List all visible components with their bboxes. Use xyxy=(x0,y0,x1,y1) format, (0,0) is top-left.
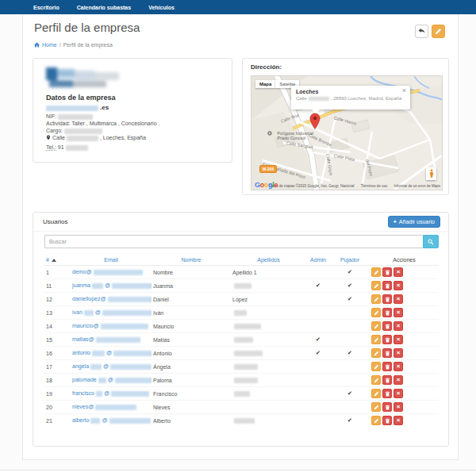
company-website[interactable]: .es xyxy=(46,104,109,111)
user-email-link[interactable]: juanma xyxy=(72,282,90,288)
pegman-streetview-control[interactable] xyxy=(426,167,436,180)
delete-user-button[interactable] xyxy=(382,362,392,371)
delete-user-button[interactable] xyxy=(382,294,392,304)
delete-user-button[interactable] xyxy=(382,348,392,358)
check-icon: ✔ xyxy=(347,296,352,301)
edit-user-button[interactable] xyxy=(371,348,381,358)
email-at: @ xyxy=(103,363,109,369)
remove-user-button[interactable]: × xyxy=(393,321,403,331)
nav-item-escritorio[interactable]: Escritorio xyxy=(33,5,60,10)
nav-item-vehiculos[interactable]: Vehículos xyxy=(148,5,175,10)
user-nombre-cell: Iván xyxy=(152,306,231,320)
remove-user-button[interactable]: × xyxy=(393,281,403,290)
delete-user-button[interactable] xyxy=(382,321,392,331)
delete-user-button[interactable] xyxy=(382,281,392,290)
delete-user-button[interactable] xyxy=(382,335,392,344)
edit-user-button[interactable] xyxy=(371,402,381,412)
user-apellidos-cell: López xyxy=(231,293,306,306)
delete-user-button[interactable] xyxy=(382,416,392,425)
google-logo[interactable]: Google xyxy=(255,181,278,189)
user-email-cell: antonio@ xyxy=(71,347,152,360)
infowindow-close-icon[interactable]: × xyxy=(402,87,406,94)
user-email-link[interactable]: demo@ xyxy=(72,269,92,274)
remove-user-button[interactable]: × xyxy=(393,308,403,317)
attribution-report-link[interactable]: Informar de un error de Maps xyxy=(393,184,440,188)
edit-user-button[interactable] xyxy=(371,389,381,398)
delete-user-button[interactable] xyxy=(382,375,392,385)
col-header-apellidos[interactable]: Apellidos xyxy=(231,255,306,266)
edit-user-button[interactable] xyxy=(371,281,381,290)
remove-user-button[interactable]: × xyxy=(393,335,403,344)
x-icon: × xyxy=(397,269,401,275)
breadcrumb-home-link[interactable]: Home xyxy=(42,42,57,48)
table-row: 12daniellopez@DanielLópez✔× xyxy=(44,293,439,306)
col-header-admin[interactable]: Admin xyxy=(306,255,330,266)
top-navbar: Escritorio Calendario subastas Vehículos xyxy=(0,0,476,14)
col-header-acciones: Acciones xyxy=(370,255,439,266)
edit-user-button[interactable] xyxy=(371,321,381,331)
edit-user-button[interactable] xyxy=(371,335,381,344)
user-email-link[interactable]: daniellopez@ xyxy=(72,296,106,301)
remove-user-button[interactable]: × xyxy=(393,348,403,358)
delete-user-button[interactable] xyxy=(382,308,392,317)
col-header-email[interactable]: Email xyxy=(71,255,152,266)
user-email-link[interactable]: nieves@ xyxy=(72,404,94,409)
edit-user-button[interactable] xyxy=(371,362,381,371)
company-panel: Datos de la empresa .es NIF: Actividad: … xyxy=(33,58,232,163)
edit-user-button[interactable] xyxy=(371,294,381,304)
remove-user-button[interactable]: × xyxy=(393,416,403,425)
google-map[interactable]: Mapa Satélite Loeches Calle, 28890 Loech… xyxy=(251,75,443,190)
remove-user-button[interactable]: × xyxy=(393,402,403,412)
user-apellidos-cell xyxy=(231,414,306,428)
col-header-num[interactable]: # xyxy=(44,255,71,266)
user-email-link[interactable]: matias@ xyxy=(72,336,94,342)
edit-user-button[interactable] xyxy=(371,267,381,277)
remove-user-button[interactable]: × xyxy=(393,267,403,277)
user-email-link[interactable]: alberto xyxy=(72,417,89,423)
user-email-link[interactable]: palomade xyxy=(72,377,97,382)
col-header-nombre[interactable]: Nombre xyxy=(152,255,231,266)
col-header-pujador[interactable]: Pujador xyxy=(330,255,370,266)
user-email-link[interactable]: mauricio@ xyxy=(72,323,99,328)
redacted-text xyxy=(46,106,98,111)
user-admin-cell xyxy=(306,266,330,279)
delete-user-button[interactable] xyxy=(382,389,392,398)
table-row: 20nieves@Nieves× xyxy=(44,401,439,414)
delete-user-button[interactable] xyxy=(382,267,392,277)
redacted-text xyxy=(96,391,102,397)
redacted-text xyxy=(58,114,93,120)
attribution-terms-link[interactable]: Términos de uso xyxy=(361,184,388,188)
user-pujador-cell: ✔ xyxy=(330,387,370,401)
delete-user-button[interactable] xyxy=(382,402,392,412)
remove-user-button[interactable]: × xyxy=(393,389,403,398)
search-input[interactable] xyxy=(44,235,423,248)
redacted-text xyxy=(98,378,106,383)
user-email-link[interactable]: ivan xyxy=(72,309,83,315)
x-icon: × xyxy=(397,350,401,356)
edit-user-button[interactable] xyxy=(371,416,381,425)
user-email-cell: juanma@ xyxy=(71,279,152,293)
add-user-button[interactable]: + Añadir usuario xyxy=(388,216,440,228)
user-actions-cell: × xyxy=(370,320,439,333)
edit-user-button[interactable] xyxy=(371,375,381,385)
map-type-map-button[interactable]: Mapa xyxy=(255,80,275,88)
table-row: 21alberto@Alberto✔× xyxy=(44,414,439,428)
user-pujador-cell xyxy=(330,401,370,414)
back-button[interactable] xyxy=(415,25,428,38)
user-nombre-cell: Paloma xyxy=(152,374,231,387)
user-actions-cell: × xyxy=(370,347,439,360)
user-pujador-cell: ✔ xyxy=(330,279,370,293)
nav-item-calendario-subastas[interactable]: Calendario subastas xyxy=(77,5,131,10)
check-icon: ✔ xyxy=(347,390,352,396)
cargo-label: Cargo: xyxy=(46,128,63,133)
infowindow-address: Calle, 28890 Loeches, Madrid, España xyxy=(296,96,405,101)
user-email-link[interactable]: angela xyxy=(72,363,89,369)
search-button[interactable] xyxy=(423,235,439,248)
edit-profile-button[interactable] xyxy=(432,25,445,38)
edit-user-button[interactable] xyxy=(371,308,381,317)
remove-user-button[interactable]: × xyxy=(393,375,403,385)
remove-user-button[interactable]: × xyxy=(393,362,403,371)
remove-user-button[interactable]: × xyxy=(393,294,403,304)
user-email-link[interactable]: antonio xyxy=(72,350,90,355)
user-email-link[interactable]: francisco xyxy=(72,390,94,396)
